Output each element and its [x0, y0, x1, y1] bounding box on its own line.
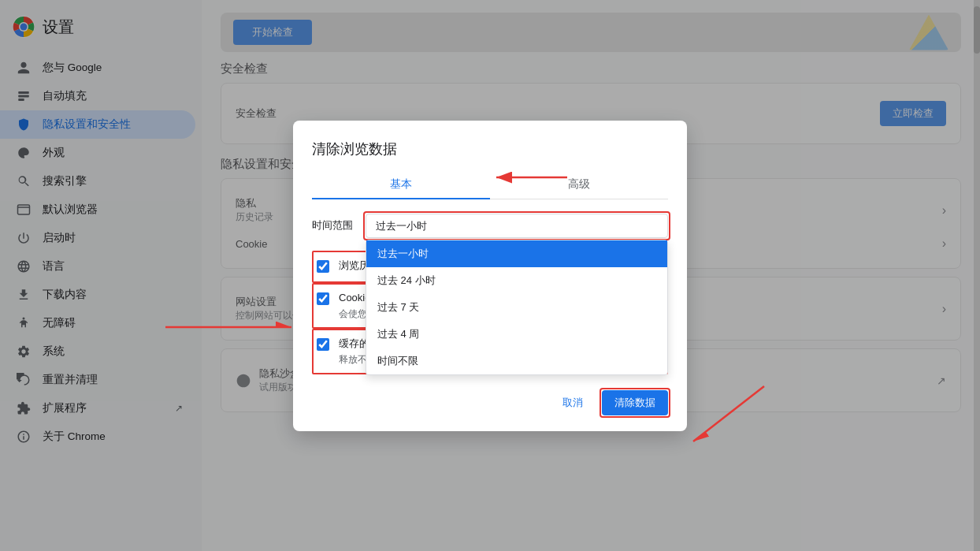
- time-range-select-wrap: 过去一小时 过去 24 小时 过去 7 天 过去 4 周 时间不限 ▼ 过去一小…: [366, 214, 668, 238]
- dropdown-item-7d[interactable]: 过去 7 天: [366, 294, 667, 321]
- time-range-dropdown: 过去一小时 过去 24 小时 过去 7 天 过去 4 周 时间不限: [366, 240, 668, 375]
- dropdown-item-4w[interactable]: 过去 4 周: [366, 321, 667, 348]
- time-range-row: 时间范围 过去一小时 过去 24 小时 过去 7 天 过去 4 周 时间不限 ▼…: [312, 214, 668, 238]
- tab-basic[interactable]: 基本: [312, 171, 490, 199]
- dialog-tabs: 基本 高级: [312, 171, 668, 199]
- checkbox-cookies-wrap: [317, 292, 329, 307]
- tab-advanced[interactable]: 高级: [490, 171, 668, 199]
- clear-data-button[interactable]: 清除数据: [602, 390, 668, 415]
- red-arrow-clear: [685, 378, 780, 457]
- red-arrow-sidebar: [158, 307, 315, 347]
- dropdown-item-24h[interactable]: 过去 24 小时: [366, 267, 667, 294]
- cancel-button[interactable]: 取消: [550, 390, 596, 415]
- dialog-title: 清除浏览数据: [312, 140, 668, 158]
- dropdown-item-all[interactable]: 时间不限: [366, 348, 667, 374]
- checkbox-cache[interactable]: [317, 338, 329, 351]
- clear-data-dialog: 清除浏览数据 基本 高级 时间范围 过去一小时 过去 24 小时 过去 7 天 …: [293, 121, 687, 431]
- time-range-select[interactable]: 过去一小时 过去 24 小时 过去 7 天 过去 4 周 时间不限: [366, 214, 668, 238]
- checkbox-history-wrap: [317, 260, 329, 275]
- time-range-label: 时间范围: [312, 218, 353, 233]
- checkbox-cookies[interactable]: [317, 292, 329, 305]
- modal-overlay: 清除浏览数据 基本 高级 时间范围 过去一小时 过去 24 小时 过去 7 天 …: [0, 0, 980, 551]
- svg-line-20: [693, 386, 764, 441]
- checkbox-cache-wrap: [317, 338, 329, 353]
- dropdown-item-1h[interactable]: 过去一小时: [366, 240, 667, 267]
- checkbox-history[interactable]: [317, 260, 329, 273]
- dialog-footer: 取消 清除数据: [312, 390, 668, 415]
